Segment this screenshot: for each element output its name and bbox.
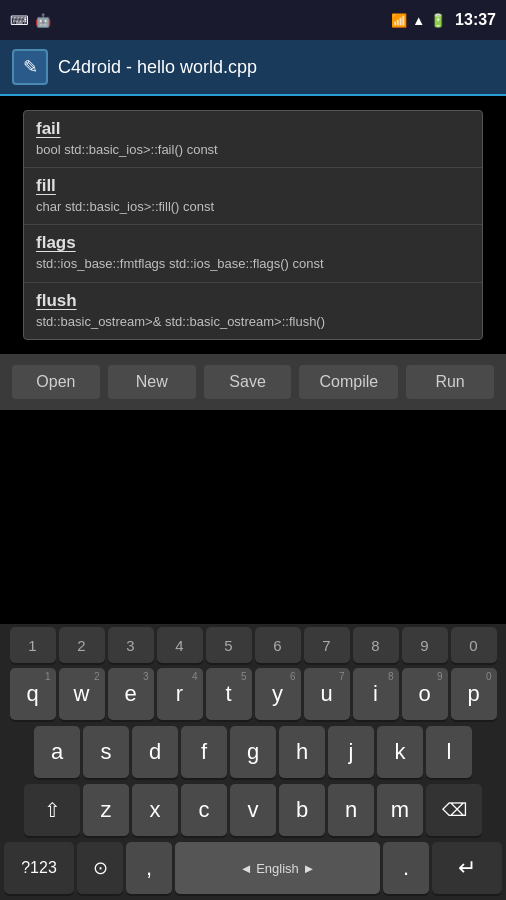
autocomplete-item[interactable]: flushstd::basic_ostream>& std::basic_ost… [24,283,482,339]
key-label: r [176,681,183,707]
num-key-0[interactable]: 0 [451,627,497,663]
letter-key-u[interactable]: 7u [304,668,350,720]
comma-key[interactable]: , [126,842,172,894]
autocomplete-item[interactable]: failbool std::basic_ios>::fail() const [24,111,482,168]
letter-key-v[interactable]: v [230,784,276,836]
status-bar: ⌨ 🤖 📶 ▲ 🔋 13:37 [0,0,506,40]
letter-key-l[interactable]: l [426,726,472,778]
num-key-5[interactable]: 5 [206,627,252,663]
letter-key-e[interactable]: 3e [108,668,154,720]
status-right-icons: 📶 ▲ 🔋 13:37 [391,11,496,29]
letter-key-i[interactable]: 8i [353,668,399,720]
ac-item-name: flush [36,291,470,311]
ac-item-desc: std::basic_ostream>& std::basic_ostream>… [36,313,470,331]
sim-icon: 📶 [391,13,407,28]
shift-key[interactable]: ⇧ [24,784,80,836]
ac-item-name: flags [36,233,470,253]
key-label: o [418,681,430,707]
key-num-hint: 6 [290,671,296,682]
num-key-1[interactable]: 1 [10,627,56,663]
num-key-9[interactable]: 9 [402,627,448,663]
ac-item-desc: char std::basic_ios>::fill() const [36,198,470,216]
status-left-icons: ⌨ 🤖 [10,13,51,28]
letter-key-b[interactable]: b [279,784,325,836]
space-key[interactable]: ◄ English ► [175,842,380,894]
ac-item-name: fail [36,119,470,139]
app-icon-symbol: ✎ [23,56,38,78]
letter-key-p[interactable]: 0p [451,668,497,720]
num-key-4[interactable]: 4 [157,627,203,663]
key-row-bottom: ?123⊙,◄ English ►.↵ [0,839,506,900]
key-num-hint: 7 [339,671,345,682]
key-label: p [467,681,479,707]
key-num-hint: 1 [45,671,51,682]
letter-key-s[interactable]: s [83,726,129,778]
key-label: i [373,681,378,707]
letter-key-j[interactable]: j [328,726,374,778]
toolbar-btn-run[interactable]: Run [406,365,494,399]
toolbar-btn-new[interactable]: New [108,365,196,399]
letter-key-g[interactable]: g [230,726,276,778]
num-key-7[interactable]: 7 [304,627,350,663]
letter-key-c[interactable]: c [181,784,227,836]
toolbar: OpenNewSaveCompileRun [0,354,506,410]
title-text: C4droid - hello world.cpp [58,57,257,78]
keyboard-icon: ⌨ [10,13,29,28]
key-row-2: asdfghjkl [0,723,506,781]
letter-key-q[interactable]: 1q [10,668,56,720]
key-num-hint: 5 [241,671,247,682]
letter-key-o[interactable]: 9o [402,668,448,720]
letter-key-f[interactable]: f [181,726,227,778]
key-row-1: 1q2w3e4r5t6y7u8i9o0p [0,665,506,723]
wifi-icon: ▲ [412,13,425,28]
autocomplete-list: failbool std::basic_ios>::fail() constfi… [23,110,483,340]
key-num-hint: 8 [388,671,394,682]
letter-key-z[interactable]: z [83,784,129,836]
filename: hello world.cpp [137,57,257,77]
key-num-hint: 2 [94,671,100,682]
keyboard: 1234567890 1q2w3e4r5t6y7u8i9o0p asdfghjk… [0,624,506,900]
toolbar-btn-compile[interactable]: Compile [299,365,398,399]
delete-key[interactable]: ⌫ [426,784,482,836]
letter-key-w[interactable]: 2w [59,668,105,720]
key-num-hint: 9 [437,671,443,682]
letter-key-k[interactable]: k [377,726,423,778]
ac-item-desc: bool std::basic_ios>::fail() const [36,141,470,159]
letter-key-m[interactable]: m [377,784,423,836]
settings-key[interactable]: ⊙ [77,842,123,894]
autocomplete-item[interactable]: flagsstd::ios_base::fmtflags std::ios_ba… [24,225,482,282]
num-key-2[interactable]: 2 [59,627,105,663]
letter-key-y[interactable]: 6y [255,668,301,720]
title-bar: ✎ C4droid - hello world.cpp [0,40,506,96]
letter-key-r[interactable]: 4r [157,668,203,720]
letter-key-n[interactable]: n [328,784,374,836]
android-icon: 🤖 [35,13,51,28]
num-key-8[interactable]: 8 [353,627,399,663]
key-row-3: ⇧zxcvbnm⌫ [0,781,506,839]
key-num-hint: 4 [192,671,198,682]
toolbar-btn-open[interactable]: Open [12,365,100,399]
letter-key-a[interactable]: a [34,726,80,778]
letter-key-d[interactable]: d [132,726,178,778]
key-label: w [74,681,90,707]
period-key[interactable]: . [383,842,429,894]
ac-item-desc: std::ios_base::fmtflags std::ios_base::f… [36,255,470,273]
num-key-6[interactable]: 6 [255,627,301,663]
number-row: 1234567890 [0,624,506,665]
autocomplete-item[interactable]: fillchar std::basic_ios>::fill() const [24,168,482,225]
enter-key[interactable]: ↵ [432,842,502,894]
toolbar-btn-save[interactable]: Save [204,365,292,399]
letter-key-h[interactable]: h [279,726,325,778]
letter-key-x[interactable]: x [132,784,178,836]
num123-key[interactable]: ?123 [4,842,74,894]
key-num-hint: 0 [486,671,492,682]
key-label: q [26,681,38,707]
num-key-3[interactable]: 3 [108,627,154,663]
key-label: e [124,681,136,707]
battery-icon: 🔋 [430,13,446,28]
app-icon: ✎ [12,49,48,85]
letter-key-t[interactable]: 5t [206,668,252,720]
key-num-hint: 3 [143,671,149,682]
ac-item-name: fill [36,176,470,196]
clock: 13:37 [455,11,496,29]
